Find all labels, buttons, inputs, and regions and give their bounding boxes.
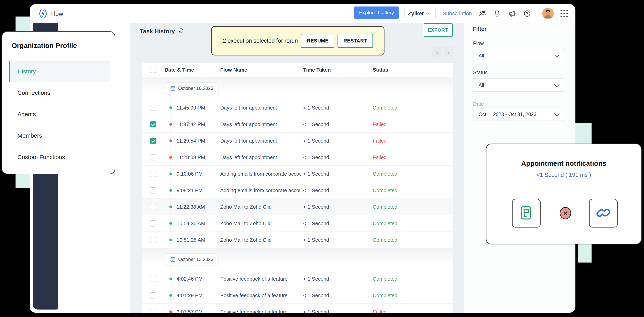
date-chip-label: October 13,2023 [178,257,213,262]
task-history-row[interactable]: 10:51:25 AM Zoho Mail to Zoho Cliq < 1 S… [142,232,453,248]
status-badge: Completed [373,287,398,303]
flow-name: Days left for appointment [220,133,301,149]
restart-button[interactable]: RESTART [338,34,373,48]
explore-gallery-button[interactable]: Explore Gallery [354,7,399,19]
execution-time: 4:02:46 PM [176,271,203,287]
task-history-row[interactable]: 3:07:57 PM Positive feedback of a featur… [142,304,453,313]
task-history-row[interactable]: 9:10:06 PM Adding emails from corporate … [142,166,453,182]
task-history-row[interactable]: 11:37:42 PM Days left for appointment < … [142,116,453,133]
execution-time: 4:01:29 PM [176,287,203,303]
flow-name: Positive feedback of a feature [220,271,301,287]
status-dot [169,238,172,241]
sidebar-item-members[interactable]: Members [9,125,110,146]
flow-filter-label: Flow [473,40,484,46]
date-chip: October 13,2023 [165,253,218,265]
task-history-row[interactable]: 4:02:46 PM Positive feedback of a featur… [142,271,453,287]
row-checkbox[interactable] [150,292,156,298]
status-dot [169,123,172,126]
bell-icon[interactable] [493,10,501,18]
flow-name: Zoho Mail to Zoho Cliq [220,232,301,248]
pagination: ‹ › [432,47,454,58]
flow-filter-value: All [478,53,484,59]
date-chip-label: October 16,2023 [178,86,213,91]
row-checkbox[interactable] [150,138,156,144]
status-filter-value: All [478,82,484,88]
time-taken: < 1 Second [303,287,329,303]
calendar-icon [170,85,176,91]
chevron-down-icon [554,82,560,87]
prev-page-button[interactable]: ‹ [432,47,442,58]
page-title: Task History [140,28,175,35]
avatar[interactable] [542,8,554,19]
task-history-row[interactable]: 11:45:09 PM Days left for appointment < … [142,100,453,116]
flow-name: Days left for appointment [220,116,301,132]
row-checkbox[interactable] [150,121,156,127]
row-checkbox[interactable] [150,154,156,160]
execution-time: 11:22:38 AM [176,199,205,215]
subscription-link[interactable]: Subscription [443,4,472,23]
help-icon[interactable] [523,10,531,18]
row-checkbox[interactable] [150,220,156,226]
row-checkbox[interactable] [150,204,156,210]
next-page-button[interactable]: › [443,47,454,58]
apps-grid-icon[interactable] [560,10,568,18]
status-dot [169,277,172,280]
flow-filter-dropdown[interactable]: All [473,49,564,62]
column-header: Status [373,63,388,77]
task-history-panel: Task History 2 execution selected for re… [130,23,464,313]
status-dot [169,106,172,109]
status-filter-dropdown[interactable]: All [473,79,564,92]
export-button[interactable]: EXPORT [423,24,453,37]
select-all-checkbox[interactable] [150,67,156,73]
date-chip: October 16,2023 [165,82,218,94]
status-dot [169,205,172,208]
sidebar-item-connections[interactable]: Connections [9,82,110,103]
task-history-row[interactable]: 11:29:54 PM Days left for appointment < … [142,133,453,149]
status-dot [169,139,172,142]
time-taken: < 1 Second [303,166,329,182]
users-icon[interactable] [478,10,486,18]
status-badge: Completed [373,232,398,248]
execution-time: 11:37:42 PM [176,116,205,132]
rerun-selection-message: 2 execution selected for rerun [223,38,298,44]
row-checkbox[interactable] [150,276,156,282]
task-history-row[interactable]: 11:28:09 PM Days left for appointment < … [142,149,453,166]
date-filter-value: Oct 1, 2023 - Oct 31, 2023 [478,112,536,117]
row-checkbox[interactable] [150,187,156,193]
chevron-down-icon [554,52,560,58]
status-badge: Failed [373,116,387,132]
organization-profile-title: Organization Profile [12,42,77,50]
sidebar-item-agents[interactable]: Agents [9,103,110,125]
row-checkbox[interactable] [150,171,156,177]
sidebar-item-history[interactable]: History [9,61,110,82]
organization-profile-card: Organization Profile HistoryConnectionsA… [2,31,115,174]
flow-name: Days left for appointment [220,149,301,165]
header-divider [404,8,404,19]
top-header: Flow Explore Gallery Zylker Subscription [30,4,576,24]
time-taken: < 1 Second [303,182,329,198]
failed-x-icon: ✕ [560,207,571,219]
execution-time: 9:08:21 PM [176,182,203,198]
refresh-icon[interactable] [178,27,184,35]
megaphone-icon[interactable] [508,10,516,18]
divider [464,36,576,36]
task-history-row[interactable]: 4:01:29 PM Positive feedback of a featur… [142,287,453,304]
mint-accent-rect [16,174,31,188]
task-history-row[interactable]: 9:08:21 PM Adding emails from corporate … [142,182,453,199]
filter-title: Filter [473,26,487,32]
sidebar-item-custom-functions[interactable]: Custom Functions [9,146,110,168]
task-history-row[interactable]: 10:54:30 AM Zoho Mail to Zoho Cliq < 1 S… [142,215,453,232]
row-checkbox[interactable] [150,105,156,111]
row-checkbox[interactable] [150,237,156,243]
flow-name: Adding emails from corporate accounts as [220,166,301,182]
flow-logo-icon [38,9,48,19]
resume-button[interactable]: RESUME [301,34,334,48]
date-filter-dropdown[interactable]: Oct 1, 2023 - Oct 31, 2023 [473,108,564,121]
execution-time: 11:29:54 PM [176,133,205,149]
execution-time: 9:10:06 PM [176,166,203,182]
status-badge: Failed [373,149,387,165]
row-checkbox[interactable] [150,309,156,313]
task-history-row[interactable]: 11:22:38 AM Zoho Mail to Zoho Cliq < 1 S… [142,199,453,215]
execution-time: 11:45:09 PM [176,100,205,116]
org-switcher[interactable]: Zylker [408,4,429,23]
